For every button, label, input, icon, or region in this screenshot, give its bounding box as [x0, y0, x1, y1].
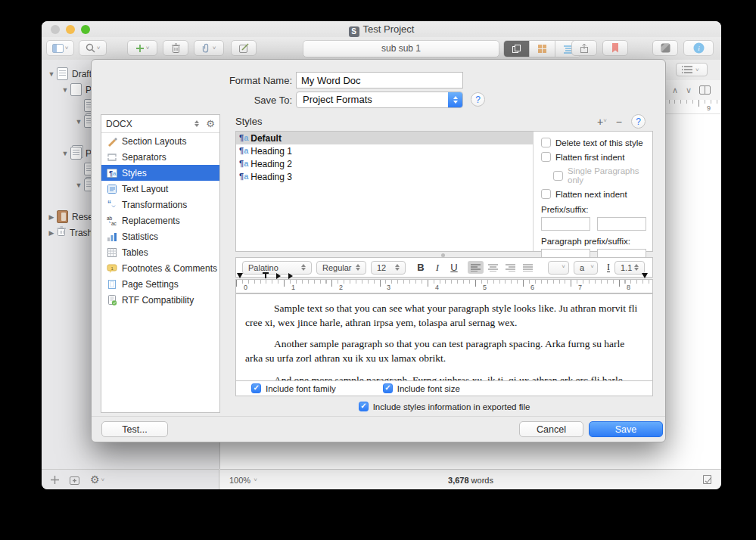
navigate-back-icon[interactable]: ∧: [672, 85, 678, 95]
section-layouts-icon: [107, 136, 117, 147]
scrivener-window: STest Project ˅ ˅ ˅ ˅ sub sub 1: [42, 21, 721, 489]
suffix-field[interactable]: [597, 217, 646, 231]
sidebar-item-tables[interactable]: Tables: [101, 244, 219, 260]
compose-button[interactable]: [231, 40, 257, 56]
sidebar-item-statistics[interactable]: Statistics: [101, 228, 219, 244]
binder-gear-menu[interactable]: ⚙ ˅: [90, 473, 104, 486]
document-view-segment[interactable]: [504, 41, 530, 57]
add-icon[interactable]: [51, 476, 59, 484]
trash-button[interactable]: [163, 40, 188, 56]
checkbox[interactable]: [541, 138, 551, 147]
list-style-button[interactable]: ˅: [676, 63, 708, 76]
remove-style-button[interactable]: −: [616, 116, 622, 128]
sidebar-item-transformations[interactable]: “ Transformations: [101, 197, 219, 213]
document-title-field[interactable]: sub sub 1: [303, 40, 499, 57]
add-item-button[interactable]: ˅: [127, 40, 157, 56]
font-size-selector[interactable]: 12: [371, 261, 406, 275]
font-family-selector[interactable]: Palatino: [242, 261, 312, 275]
sidebar-item-text-layout[interactable]: Text Layout: [101, 181, 219, 197]
sidebar-item-styles[interactable]: ¶a Styles: [101, 165, 219, 181]
app-icon: S: [349, 26, 359, 37]
sidebar-item-separators[interactable]: Separators: [101, 149, 219, 165]
align-left-button[interactable]: [468, 261, 484, 274]
sidebar-item-page-settings[interactable]: Page Settings: [101, 276, 219, 292]
append-attach-button[interactable]: ˅: [194, 40, 224, 56]
disclosure-triangle-icon[interactable]: ▼: [75, 182, 82, 189]
share-button[interactable]: [571, 40, 597, 56]
quick-reference-button[interactable]: [652, 40, 678, 56]
style-format-bar: Palatino Regular 12 B I U ˅: [235, 257, 653, 278]
line-spacing-selector[interactable]: 1.1: [614, 261, 645, 275]
add-folder-icon[interactable]: [70, 475, 79, 485]
indent-marker[interactable]: [288, 273, 293, 279]
checkbox[interactable]: [541, 189, 551, 199]
add-style-button[interactable]: +˅: [597, 116, 607, 128]
underline-button[interactable]: U: [448, 262, 460, 273]
checkbox[interactable]: [359, 402, 369, 411]
first-line-indent-marker[interactable]: [263, 272, 269, 278]
sidebar-item-section-layouts[interactable]: Section Layouts: [101, 133, 219, 149]
format-name-input[interactable]: [296, 72, 463, 88]
style-ruler[interactable]: 0 1 2 3 4 5 6 7 8: [235, 279, 653, 293]
right-margin-marker[interactable]: [642, 273, 648, 278]
disclosure-triangle-icon[interactable]: ▼: [75, 118, 82, 126]
sidebar-item-replacements[interactable]: abac Replacements: [101, 213, 219, 228]
save-button[interactable]: Save: [589, 421, 663, 437]
sample-text-preview[interactable]: Sample text so that you can see what you…: [235, 293, 653, 381]
style-row-default[interactable]: ¶a Default: [236, 132, 533, 144]
text-layout-icon: [107, 184, 117, 194]
ruler-number: 5: [483, 284, 487, 291]
save-to-popup[interactable]: Project Formats: [296, 92, 463, 108]
font-include-row: Include font family Include font size: [235, 381, 653, 396]
bold-button[interactable]: B: [415, 262, 427, 273]
bookmark-icon: [611, 43, 619, 53]
text-color-selector[interactable]: a ˅: [574, 261, 598, 275]
left-margin-marker[interactable]: [237, 273, 243, 278]
style-row-heading3[interactable]: ¶a Heading 3: [236, 170, 533, 183]
plus-icon: [135, 44, 145, 53]
list-format-selector[interactable]: ˅: [548, 261, 569, 275]
bookmark-button[interactable]: [602, 40, 628, 56]
toggle-sidebar-button[interactable]: ˅: [46, 40, 74, 56]
disclosure-triangle-icon[interactable]: ▶: [48, 229, 55, 237]
italic-button[interactable]: I: [431, 262, 443, 274]
test-button[interactable]: Test...: [101, 421, 168, 437]
delete-text-option[interactable]: Delete text of this style: [541, 138, 646, 147]
help-button[interactable]: ?: [471, 92, 485, 107]
split-view-icon[interactable]: [699, 85, 711, 95]
titlebar: STest Project: [42, 21, 721, 37]
flatten-next-indent-option[interactable]: Flatten next indent: [541, 189, 646, 199]
navigate-forward-icon[interactable]: ∨: [686, 85, 692, 95]
cancel-button[interactable]: Cancel: [519, 421, 583, 437]
flatten-first-indent-option[interactable]: Flatten first indent: [541, 152, 646, 162]
transformations-icon: “: [107, 200, 117, 210]
styles-help-button[interactable]: ?: [631, 114, 646, 129]
corkboard-view-segment[interactable]: [530, 41, 555, 57]
file-format-selector[interactable]: DOCX ⚙: [101, 115, 219, 133]
chevron-down-icon: ˅: [65, 45, 69, 51]
statistics-icon: [107, 231, 117, 242]
checkbox[interactable]: [251, 383, 261, 393]
align-right-button[interactable]: [502, 261, 518, 274]
search-button[interactable]: ˅: [79, 40, 107, 56]
style-row-heading1[interactable]: ¶a Heading 1: [236, 144, 533, 157]
sidebar-item-footnotes-comments[interactable]: 1 Footnotes & Comments: [101, 260, 219, 276]
style-row-heading2[interactable]: ¶a Heading 2: [236, 157, 533, 170]
checkbox[interactable]: [383, 383, 393, 393]
align-center-button[interactable]: [485, 261, 501, 274]
indent-marker[interactable]: [276, 273, 281, 279]
single-paragraphs-only-option: Single Paragraphs only: [553, 166, 646, 185]
disclosure-triangle-icon[interactable]: ▼: [48, 70, 55, 78]
disclosure-triangle-icon[interactable]: ▶: [48, 213, 55, 221]
inspector-button[interactable]: i: [683, 40, 714, 56]
align-justify-button[interactable]: [520, 261, 536, 274]
sidebar-item-rtf-compatibility[interactable]: RTF Compatibility: [101, 292, 219, 308]
gear-icon[interactable]: ⚙: [206, 118, 215, 129]
paragraph-prefix-suffix-label: Paragraph prefix/suffix:: [541, 237, 646, 246]
prefix-field[interactable]: [541, 217, 590, 231]
font-style-selector[interactable]: Regular: [316, 261, 366, 275]
disclosure-triangle-icon[interactable]: ▼: [61, 86, 69, 94]
disclosure-triangle-icon[interactable]: ▼: [61, 150, 69, 157]
writing-goals-icon[interactable]: [702, 474, 712, 485]
checkbox[interactable]: [541, 152, 551, 162]
